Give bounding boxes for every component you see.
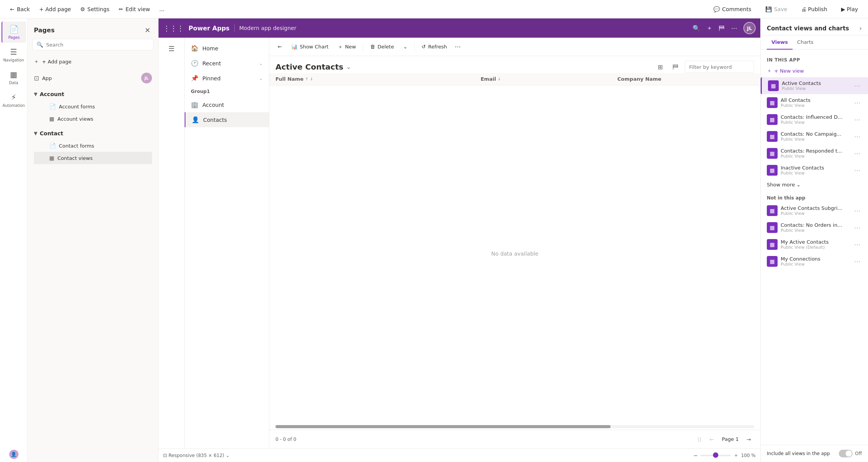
next-page-button[interactable]: → xyxy=(743,434,754,445)
show-chart-label: Show Chart xyxy=(300,44,329,50)
app-topbar-avatar[interactable]: JL xyxy=(743,22,756,34)
sidebar-home[interactable]: 🏠 Home xyxy=(185,41,269,56)
view-title: Active Contacts xyxy=(275,62,343,71)
sidebar-pinned[interactable]: 📌 Pinned ⌄ xyxy=(185,71,269,86)
show-more-chevron-icon: ⌄ xyxy=(796,182,801,188)
sidebar-account[interactable]: 🏢 Account xyxy=(185,97,269,112)
show-chart-button[interactable]: 📊 Show Chart xyxy=(287,42,332,52)
view-more-8[interactable]: ⋯ xyxy=(853,240,862,249)
view-icon-5: ▦ xyxy=(767,165,778,176)
comments-button[interactable]: 💬 Comments xyxy=(709,4,755,15)
view-more-1[interactable]: ⋯ xyxy=(853,98,862,107)
view-item-responded[interactable]: ▦ Contacts: Responded t... Public View ⋯ xyxy=(761,145,868,162)
new-button[interactable]: ＋ New xyxy=(334,41,360,53)
zoom-out-button[interactable]: − xyxy=(693,452,698,459)
tab-charts[interactable]: Charts xyxy=(793,35,818,50)
more-topbar-icon[interactable]: ⋯ xyxy=(731,25,737,32)
col-full-name[interactable]: Full Name ↑ ↓ xyxy=(275,76,481,82)
refresh-button[interactable]: ↺ Refresh xyxy=(418,42,451,52)
view-more-7[interactable]: ⋯ xyxy=(853,223,862,232)
add-icon: ＋ xyxy=(34,58,39,65)
back-button[interactable]: ← Back xyxy=(6,4,34,15)
view-more-4[interactable]: ⋯ xyxy=(853,149,862,158)
save-button[interactable]: 💾 Save xyxy=(761,4,791,15)
toolbar-right: 💬 Comments 💾 Save 🖨 Publish ▶ Play xyxy=(709,4,862,15)
waffle-icon[interactable]: ⋮⋮⋮ xyxy=(163,24,184,32)
view-more-0[interactable]: ⋯ xyxy=(853,81,862,90)
view-more-2[interactable]: ⋯ xyxy=(853,115,862,124)
sidebar-item-data[interactable]: ▦ Data xyxy=(2,67,26,88)
edit-view-button[interactable]: ✏ Edit view xyxy=(115,4,154,15)
contact-section-header[interactable]: ▼ Contact xyxy=(34,127,152,140)
nav-item-contact-forms[interactable]: 📄 Contact forms xyxy=(34,140,152,152)
add-page-nav-button[interactable]: ＋ + Add page xyxy=(28,55,158,68)
view-more-5[interactable]: ⋯ xyxy=(853,166,862,175)
view-more-6[interactable]: ⋯ xyxy=(853,206,862,215)
page-nav: ⟨⟨ ← Page 1 → xyxy=(694,434,754,445)
scroll-bar[interactable] xyxy=(275,425,754,428)
sidebar-contacts[interactable]: 👤 Contacts xyxy=(185,112,269,127)
publish-button[interactable]: 🖨 Publish xyxy=(797,4,831,15)
first-page-button[interactable]: ⟨⟨ xyxy=(694,434,705,445)
responsive-selector[interactable]: ⊡ Responsive (835 × 612) ⌄ xyxy=(163,453,230,458)
include-views-toggle[interactable] xyxy=(839,450,853,457)
prev-page-button[interactable]: ← xyxy=(706,434,717,445)
search-input[interactable] xyxy=(46,42,149,48)
view-item-my-connections[interactable]: ▦ My Connections Public View ⋯ xyxy=(761,253,868,270)
more-cmd-button[interactable]: ⋯ xyxy=(452,41,463,53)
more-button[interactable]: ... xyxy=(155,4,168,15)
filter-keyword-input[interactable] xyxy=(685,61,754,73)
app-leftnav: ☰ xyxy=(159,38,185,448)
sidebar-item-automation[interactable]: ⚡ Automation xyxy=(2,90,26,111)
view-chevron-icon[interactable]: ⌄ xyxy=(346,64,351,70)
add-page-nav-label: + Add page xyxy=(42,59,72,65)
view-item-my-active[interactable]: ▦ My Active Contacts Public View (Defaul… xyxy=(761,236,868,253)
view-filter-button[interactable]: ⛿ xyxy=(669,61,682,73)
view-item-no-campaign[interactable]: ▦ Contacts: No Campaig... Public View ⋯ xyxy=(761,128,868,145)
filter-topbar-icon[interactable]: ⛿ xyxy=(719,25,725,32)
edit-icon: ✏ xyxy=(119,6,123,12)
edit-view-label: Edit view xyxy=(125,6,150,12)
col-email[interactable]: Email ↓ xyxy=(481,76,617,82)
view-more-9[interactable]: ⋯ xyxy=(853,257,862,266)
add-page-button[interactable]: + Add page xyxy=(35,4,75,15)
right-panel-expand-button[interactable]: › xyxy=(860,25,862,32)
show-more-button[interactable]: Show more ⌄ xyxy=(761,179,807,191)
view-header: Active Contacts ⌄ ⊞ ⛿ xyxy=(269,56,760,73)
nav-item-account-views[interactable]: ▦ Account views xyxy=(34,113,152,125)
app-nav-menu-icon[interactable]: ☰ xyxy=(162,41,181,56)
tab-views[interactable]: Views xyxy=(767,35,793,50)
view-text-4: Contacts: Responded t... Public View xyxy=(781,148,850,159)
view-item-no-orders[interactable]: ▦ Contacts: No Orders in... Public View … xyxy=(761,219,868,236)
chevron-down-button[interactable]: ⌄ xyxy=(399,42,411,52)
add-topbar-icon[interactable]: ＋ xyxy=(706,24,713,32)
new-view-button[interactable]: ＋ + New view xyxy=(761,64,868,77)
sidebar-item-navigation[interactable]: ☰ Navigation xyxy=(2,44,26,65)
account-views-icon: ▦ xyxy=(49,116,54,122)
nav-item-app[interactable]: ⊡ App JL xyxy=(28,70,158,86)
account-section-header[interactable]: ▼ Account xyxy=(34,88,152,100)
delete-button[interactable]: 🗑 Delete xyxy=(366,42,398,52)
search-topbar-icon[interactable]: 🔍 xyxy=(693,25,700,32)
no-data-label: No data available xyxy=(491,251,539,257)
home-icon: 🏠 xyxy=(191,45,199,52)
zoom-slider[interactable] xyxy=(700,455,731,456)
nav-item-account-forms[interactable]: 📄 Account forms xyxy=(34,100,152,113)
view-item-influenced[interactable]: ▦ Contacts: Influenced D... Public View … xyxy=(761,111,868,128)
col-company[interactable]: Company Name xyxy=(618,76,754,82)
sidebar-item-pages[interactable]: 📄 Pages xyxy=(2,22,26,43)
sidebar-recent[interactable]: 🕐 Recent ⌄ xyxy=(185,56,269,71)
settings-button[interactable]: ⚙ Settings xyxy=(76,4,113,15)
view-item-all-contacts[interactable]: ▦ All Contacts Public View ⋯ xyxy=(761,94,868,111)
view-item-inactive[interactable]: ▦ Inactive Contacts Public View ⋯ xyxy=(761,162,868,179)
zoom-in-button[interactable]: ＋ xyxy=(733,452,739,459)
view-layout-button[interactable]: ⊞ xyxy=(654,61,666,73)
view-item-active-contacts[interactable]: ▦ Active Contacts Public View ⋯ xyxy=(761,77,868,94)
play-button[interactable]: ▶ Play xyxy=(837,4,862,15)
view-more-3[interactable]: ⋯ xyxy=(853,132,862,141)
sidebar-item-user[interactable]: 👤 xyxy=(2,447,26,462)
view-item-subgri[interactable]: ▦ Active Contacts Subgri... Public View … xyxy=(761,202,868,219)
back-cmd-button[interactable]: ← xyxy=(274,42,286,52)
nav-item-contact-views[interactable]: ▦ Contact views xyxy=(34,152,152,164)
close-panel-button[interactable]: ✕ xyxy=(143,25,152,36)
